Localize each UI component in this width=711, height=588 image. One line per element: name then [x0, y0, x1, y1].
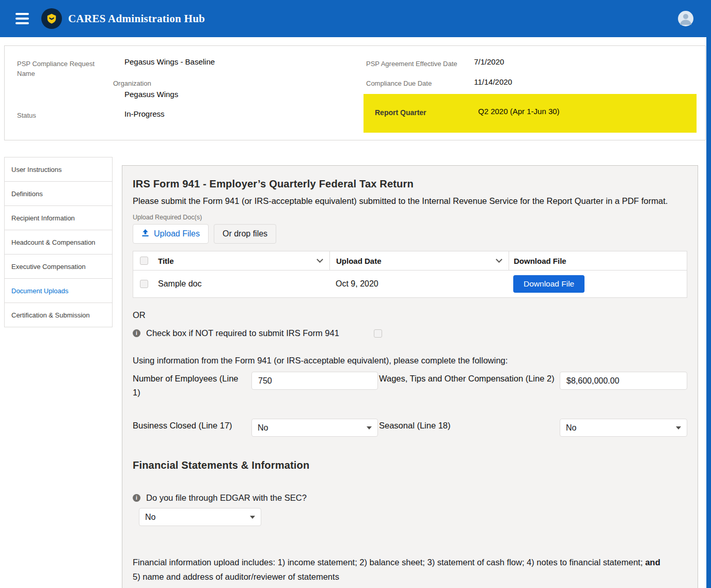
seasonal-select[interactable]: No: [560, 419, 687, 437]
effective-date-value: 7/1/2020: [474, 57, 504, 66]
row-checkbox[interactable]: [140, 280, 148, 288]
app-logo-icon: [41, 8, 62, 29]
column-header-title[interactable]: Title: [155, 251, 329, 270]
sidebar-item-headcount-compensation[interactable]: Headcount & Compensation: [4, 230, 113, 255]
doc-title-cell: Sample doc: [158, 279, 202, 289]
due-date-label: Compliance Due Date: [366, 79, 432, 89]
upload-required-label: Upload Required Doc(s): [133, 214, 687, 221]
info-icon: i: [133, 494, 140, 502]
request-name-label: PSP Compliance Request Name: [17, 59, 100, 79]
report-quarter-value: Q2 2020 (Apr 1-Jun 30): [478, 107, 560, 116]
table-row: Sample doc Oct 9, 2020 Download File: [133, 271, 687, 297]
section-description: Please submit the Form 941 (or IRS-accep…: [133, 194, 684, 208]
seasonal-value: No: [566, 423, 576, 433]
effective-date-label: PSP Agreement Effective Date: [366, 59, 457, 69]
download-file-button[interactable]: Download File: [513, 275, 584, 293]
edgar-value: No: [145, 513, 155, 522]
section-title: IRS Form 941 - Employer’s Quarterly Fede…: [133, 178, 687, 190]
status-value: In-Progress: [124, 109, 165, 118]
sidebar-item-label: User Instructions: [11, 166, 62, 173]
note-bold: and: [645, 558, 660, 567]
column-header-download-file: Download File: [509, 251, 687, 270]
upload-controls: Upload Files Or drop files: [133, 224, 687, 244]
select-all-checkbox[interactable]: [140, 257, 148, 265]
upload-files-label: Upload Files: [154, 229, 200, 239]
upload-icon: [141, 229, 149, 239]
edgar-question-label: Do you file through EDGAR with the SEC?: [146, 493, 307, 503]
column-title-label: Title: [158, 257, 174, 265]
wages-label: Wages, Tips and Other Compensation (Line…: [378, 372, 560, 385]
report-quarter-highlight: Report Quarter Q2 2020 (Apr 1-Jun 30): [364, 94, 697, 133]
app-header: CARES Administration Hub: [0, 0, 711, 37]
upload-date-cell: Oct 9, 2020: [336, 279, 378, 289]
select-arrow-icon: [676, 426, 681, 430]
form-941-fields: Number of Employees (Line 1) Wages, Tips…: [133, 372, 687, 437]
document-uploads-panel: IRS Form 941 - Employer’s Quarterly Fede…: [122, 165, 698, 588]
section-nav: User Instructions Definitions Recipient …: [4, 157, 113, 327]
sidebar-item-certification-submission[interactable]: Certification & Submission: [4, 303, 113, 327]
select-arrow-icon: [250, 516, 255, 519]
sidebar-item-executive-compensation[interactable]: Executive Compensation: [4, 254, 113, 279]
note-part1: Financial information upload includes: 1…: [133, 558, 645, 567]
menu-icon[interactable]: [15, 13, 29, 24]
user-avatar-icon[interactable]: [678, 11, 693, 26]
uploaded-documents-table: Title Upload Date Download File Sample d…: [133, 251, 687, 298]
sidebar-item-user-instructions[interactable]: User Instructions: [4, 157, 113, 182]
business-closed-label: Business Closed (Line 17): [133, 419, 251, 432]
scrollbar[interactable]: [706, 37, 711, 588]
column-upload-date-label: Upload Date: [336, 257, 382, 265]
info-icon: i: [133, 329, 140, 337]
edgar-question-row: i Do you file through EDGAR with the SEC…: [133, 493, 687, 503]
report-quarter-label: Report Quarter: [375, 108, 426, 117]
form-intro: Using information from the Form 941 (or …: [133, 356, 687, 365]
sidebar-item-label: Executive Compensation: [11, 263, 86, 271]
employees-label: Number of Employees (Line 1): [133, 372, 251, 399]
table-header-row: Title Upload Date Download File: [133, 251, 687, 271]
app-title: CARES Administration Hub: [68, 0, 205, 37]
chevron-down-icon[interactable]: [496, 256, 502, 263]
or-label: OR: [133, 310, 687, 320]
sidebar-item-recipient-information[interactable]: Recipient Information: [4, 205, 113, 230]
drop-files-zone[interactable]: Or drop files: [214, 224, 276, 244]
drop-files-label: Or drop files: [223, 229, 267, 239]
sidebar-item-label: Definitions: [11, 190, 43, 198]
sidebar-item-label: Document Uploads: [11, 287, 69, 295]
seasonal-label: Seasonal (Line 18): [378, 419, 560, 432]
note-part2: 5) name and address of auditor/reviewer …: [133, 572, 339, 581]
organization-label: Organization: [113, 79, 151, 89]
request-name-value: Pegasus Wings - Baseline: [124, 57, 215, 66]
organization-value: Pegasus Wings: [124, 90, 178, 99]
chevron-down-icon[interactable]: [317, 256, 323, 263]
column-download-file-label: Download File: [514, 257, 566, 265]
financial-statements-heading: Financial Statements & Information: [133, 459, 687, 471]
not-required-checkbox[interactable]: [374, 329, 382, 338]
employees-input[interactable]: [251, 372, 378, 390]
sidebar-item-definitions[interactable]: Definitions: [4, 181, 113, 206]
business-closed-value: No: [258, 423, 268, 433]
sidebar-item-label: Headcount & Compensation: [11, 239, 96, 246]
due-date-value: 11/14/2020: [474, 77, 512, 86]
compliance-summary-card: PSP Compliance Request Name Pegasus Wing…: [4, 45, 706, 140]
wages-input[interactable]: [560, 372, 687, 390]
business-closed-select[interactable]: No: [251, 419, 378, 437]
sidebar-item-document-uploads[interactable]: Document Uploads: [4, 278, 113, 303]
not-required-label: Check box if NOT required to submit IRS …: [146, 328, 339, 338]
edgar-select[interactable]: No: [139, 508, 261, 526]
sidebar-item-label: Recipient Information: [11, 214, 75, 222]
financial-upload-note: Financial information upload includes: 1…: [133, 555, 670, 584]
column-header-upload-date[interactable]: Upload Date: [329, 251, 509, 270]
status-label: Status: [17, 111, 36, 121]
select-arrow-icon: [367, 426, 372, 430]
upload-files-button[interactable]: Upload Files: [133, 224, 209, 244]
not-required-row: i Check box if NOT required to submit IR…: [133, 328, 687, 338]
sidebar-item-label: Certification & Submission: [11, 311, 90, 319]
